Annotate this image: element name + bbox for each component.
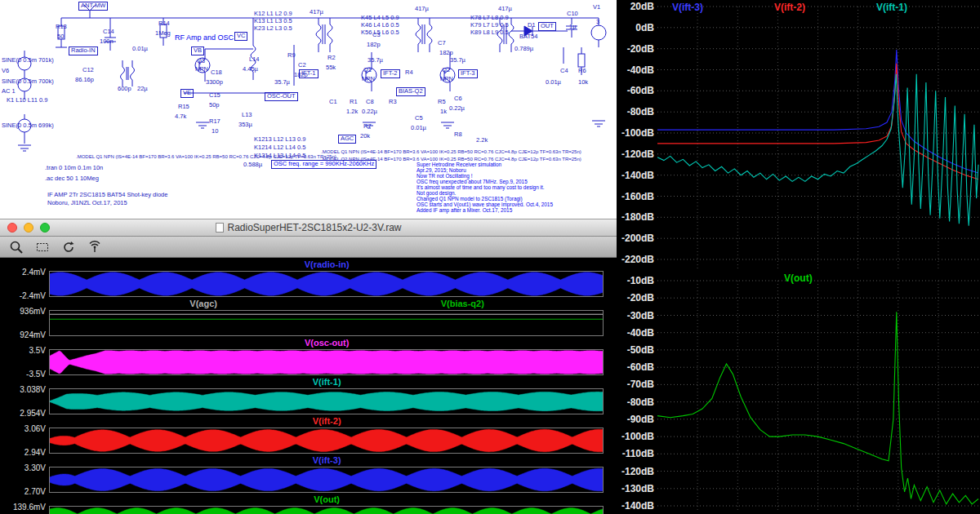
schematic-label: NPN: [195, 66, 208, 73]
y-axis-tick: -60dB: [627, 361, 655, 373]
plot-legend-label[interactable]: V(ift-3): [672, 2, 703, 13]
schematic-label: 1Meg: [155, 30, 171, 38]
schematic-label: 417µ: [498, 6, 512, 13]
zoom-box-icon[interactable]: [34, 239, 51, 255]
y-axis-tick: -220dB: [621, 254, 654, 265]
trace-label[interactable]: V(ift-2): [313, 416, 341, 426]
trace-label[interactable]: V(ift-3): [313, 455, 341, 465]
schematic-label: 10k: [578, 79, 588, 86]
zoom-window-button[interactable]: [40, 223, 50, 233]
waveform-plot[interactable]: [49, 428, 604, 454]
schematic-label: K1213 L12 L13 0.9: [254, 136, 305, 144]
waveform-pane: V(ift-1)3.038V2.954V: [0, 377, 617, 416]
y-axis-tick: -120dB: [621, 466, 654, 477]
y-axis-tick: -20dB: [627, 43, 655, 55]
waveform-plot[interactable]: [49, 467, 604, 493]
reload-icon[interactable]: [60, 239, 77, 255]
y-axis-tick: -30dB: [627, 310, 655, 321]
schematic-label: SINE(0 0.5m 701k): [2, 57, 54, 64]
y-axis-tick: -140dB: [621, 500, 654, 512]
schematic-label: C5: [415, 115, 423, 122]
window-title: RadioSuperHET-2SC1815x2-U2-3V.raw: [228, 222, 402, 233]
close-button[interactable]: [7, 223, 17, 233]
plot-legend-label[interactable]: V(out): [784, 273, 813, 284]
schematic-label: Added IF amp after a Mixer. Oct.17, 2015: [416, 207, 512, 213]
y-axis-tick: -90dB: [627, 414, 655, 425]
waveform-plot[interactable]: [49, 271, 604, 297]
schematic-label: 417µ: [415, 6, 429, 13]
y-axis-tick: -200dB: [621, 233, 654, 244]
schematic-label: 22µ: [137, 86, 148, 93]
schematic-label: VE: [180, 89, 194, 98]
plot-legend-label[interactable]: V(ift-2): [774, 2, 805, 13]
y-axis-tick: -180dB: [621, 211, 654, 223]
zoom-in-icon[interactable]: [8, 239, 24, 255]
window-titlebar[interactable]: RadioSuperHET-2SC1815x2-U2-3V.raw: [0, 219, 617, 237]
y-axis-tick: -100dB: [621, 127, 654, 139]
trace-label[interactable]: V(bias-q2): [441, 299, 484, 308]
schematic-label: 35.7µ: [274, 79, 290, 86]
schematic-label: NPN: [362, 76, 375, 83]
schematic-label: BAT54: [519, 33, 537, 41]
schematic-label: C4: [560, 68, 568, 75]
waveform-pane: V(ift-2)3.06V2.94V: [0, 416, 617, 455]
schematic-label: R13: [56, 24, 67, 31]
schematic-label: L13: [242, 112, 252, 119]
schematic-label: ANT-MW: [78, 2, 108, 11]
y-axis-max: 3.06V: [24, 424, 46, 433]
schematic-label: R15: [178, 104, 189, 111]
y-axis-tick: -60dB: [627, 85, 655, 96]
waveform-pane: V(ift-3)3.30V2.70V: [0, 455, 617, 494]
ac-plot-bottom[interactable]: -10dB-20dB-30dB-40dB-50dB-60dB-70dB-80dB…: [617, 271, 980, 514]
schematic-label: C2: [298, 62, 306, 69]
waveform-plot[interactable]: [49, 310, 604, 336]
y-axis-tick: -20dB: [627, 292, 655, 304]
schematic-label: V6: [2, 68, 9, 75]
schematic-label: 0.588µ: [243, 162, 262, 169]
schematic-label: 2.2k: [476, 137, 488, 144]
trace-label[interactable]: V(agc): [189, 299, 217, 308]
y-axis-tick: -80dB: [627, 106, 655, 117]
schematic-label: R14: [158, 20, 170, 28]
schematic-label: R6: [578, 68, 586, 75]
window-controls: [7, 223, 50, 233]
plot-legend-label[interactable]: V(ift-1): [876, 2, 907, 13]
schematic-label: 600p: [118, 86, 131, 93]
schematic-label: VC: [234, 32, 247, 41]
schematic-label: Q2: [442, 67, 450, 74]
schematic-canvas[interactable]: ANT-MWR1350C14100nR141MegRF Amp and OSCV…: [0, 0, 617, 219]
probe-icon[interactable]: [87, 239, 103, 255]
trace-label[interactable]: V(ift-1): [313, 377, 341, 387]
schematic-label: C12: [82, 67, 94, 74]
schematic-label: .tran 0 10m 0.1m 10n: [45, 165, 103, 172]
trace-label[interactable]: V(osc-out): [305, 338, 349, 348]
schematic-label: L14: [249, 56, 260, 64]
right-column: 20dB0dB-20dB-40dB-60dB-80dB-100dB-120dB-…: [617, 0, 980, 514]
document-icon: [216, 223, 224, 233]
schematic-label: C7: [438, 40, 446, 47]
trace-label[interactable]: V(out): [314, 494, 340, 504]
ac-plot-top[interactable]: 20dB0dB-20dB-40dB-60dB-80dB-100dB-120dB-…: [617, 0, 980, 271]
waveform-plot[interactable]: [49, 388, 604, 414]
schematic-label: 10: [212, 128, 218, 135]
waveform-plot[interactable]: [49, 506, 604, 514]
y-axis-tick: -110dB: [622, 448, 655, 459]
schematic-label: C3: [372, 32, 381, 39]
minimize-button[interactable]: [24, 223, 33, 233]
schematic-label: 4.45µ: [243, 66, 258, 73]
schematic-label: VB: [191, 47, 204, 55]
y-axis-tick: -80dB: [627, 397, 655, 408]
y-axis-tick: -140dB: [621, 170, 654, 181]
schematic-label: OSC-OUT: [265, 92, 298, 101]
schematic-label: 35.7µ: [368, 57, 383, 64]
schematic-label: BIAS-Q2: [396, 87, 425, 96]
waveform-plot[interactable]: [49, 349, 604, 375]
y-axis-tick: -120dB: [621, 148, 654, 160]
schematic-label: 0.789µ: [514, 46, 533, 53]
schematic-label: 55k: [326, 64, 336, 72]
schematic-label: Radio-IN: [69, 47, 98, 55]
y-axis-tick: -10dB: [627, 275, 655, 286]
trace-label[interactable]: V(radio-in): [305, 259, 350, 269]
y-axis-max: 936mV: [20, 307, 46, 316]
schematic-label: RF Amp and OSC: [175, 33, 234, 42]
